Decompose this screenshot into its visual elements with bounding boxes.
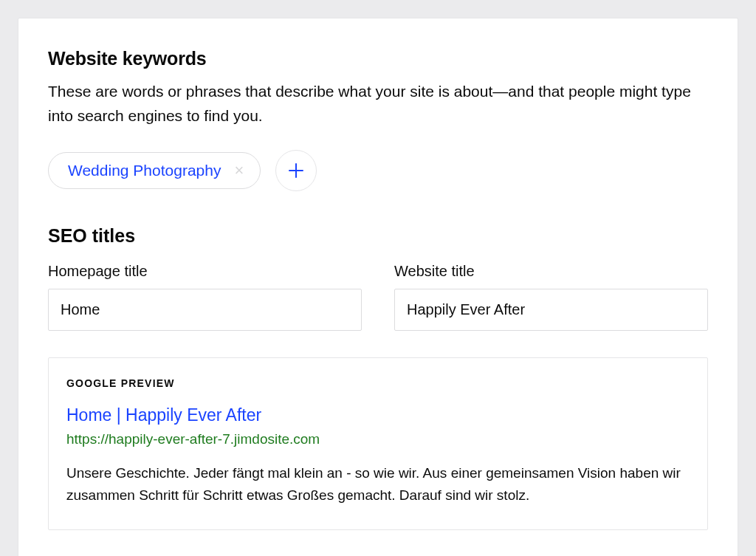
keywords-description: These are words or phrases that describe…	[48, 80, 708, 128]
keyword-chip-label: Wedding Photography	[68, 162, 221, 179]
google-preview-label: GOOGLE PREVIEW	[66, 377, 690, 389]
google-preview-description: Unsere Geschichte. Jeder fängt mal klein…	[66, 462, 690, 507]
google-preview-title: Home | Happily Ever After	[66, 405, 690, 425]
homepage-title-field-group: Homepage title	[48, 263, 362, 331]
plus-icon	[287, 162, 305, 179]
website-title-input[interactable]	[394, 289, 708, 331]
google-preview-url: https://happily-ever-after-7.jimdosite.c…	[66, 431, 690, 447]
keyword-chip[interactable]: Wedding Photography ×	[48, 152, 261, 189]
google-preview: GOOGLE PREVIEW Home | Happily Ever After…	[48, 357, 708, 530]
seo-heading: SEO titles	[48, 225, 708, 247]
homepage-title-label: Homepage title	[48, 263, 362, 280]
website-title-label: Website title	[394, 263, 708, 280]
seo-title-grid: Homepage title Website title	[48, 263, 708, 331]
keywords-heading: Website keywords	[48, 48, 708, 69]
homepage-title-input[interactable]	[48, 289, 362, 331]
settings-card: Website keywords These are words or phra…	[18, 18, 738, 556]
close-icon[interactable]: ×	[234, 162, 244, 179]
keyword-row: Wedding Photography ×	[48, 150, 708, 191]
add-keyword-button[interactable]	[275, 150, 317, 191]
website-title-field-group: Website title	[394, 263, 708, 331]
